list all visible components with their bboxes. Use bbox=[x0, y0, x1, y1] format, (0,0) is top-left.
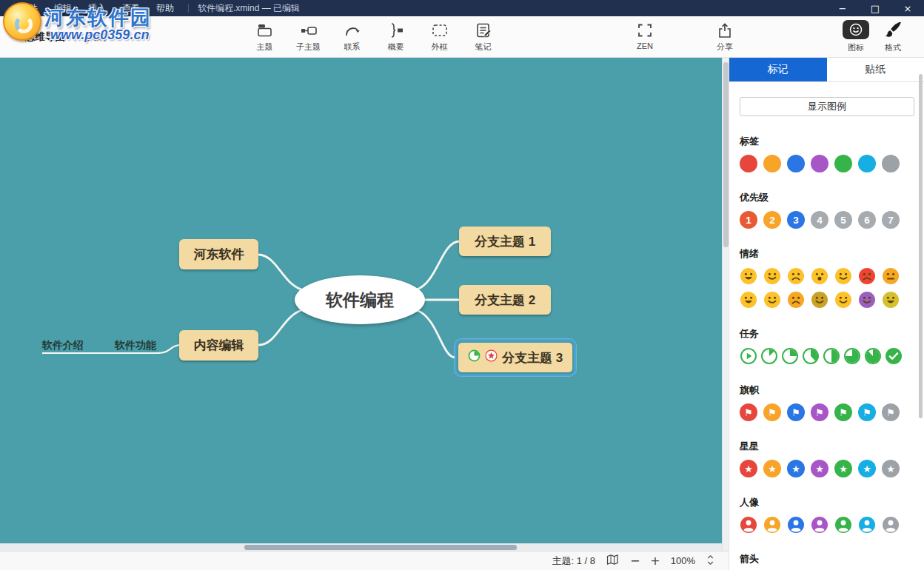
map-overview-icon[interactable] bbox=[606, 553, 620, 569]
priority-marker-6[interactable]: 7 bbox=[882, 211, 900, 229]
tasks-marker-3[interactable] bbox=[802, 347, 820, 365]
people-marker-6[interactable] bbox=[882, 516, 900, 534]
emotions-marker-8[interactable] bbox=[763, 291, 781, 309]
stars-marker-1[interactable]: ★ bbox=[763, 460, 781, 477]
emotions-marker-10[interactable] bbox=[811, 291, 828, 309]
tab-mindmap[interactable]: 思维导图 bbox=[25, 30, 65, 44]
stars-marker-6[interactable]: ★ bbox=[882, 460, 900, 477]
menu-item-4[interactable]: 帮助 bbox=[148, 2, 182, 15]
horizontal-scrollbar[interactable] bbox=[0, 543, 722, 551]
priority-marker-1[interactable]: 2 bbox=[763, 211, 781, 229]
labels-marker-6[interactable] bbox=[882, 155, 900, 172]
priority-marker-0[interactable]: 1 bbox=[740, 211, 757, 229]
summary-button[interactable]: 概要 bbox=[374, 22, 418, 53]
emotions-marker-0[interactable] bbox=[740, 267, 757, 285]
people-marker-4[interactable] bbox=[834, 516, 852, 534]
people-marker-3[interactable] bbox=[811, 516, 828, 534]
people-marker-0[interactable] bbox=[740, 516, 757, 534]
topic-content-edit[interactable]: 内容编辑 bbox=[179, 330, 258, 361]
emotions-marker-1[interactable] bbox=[763, 267, 781, 285]
maximize-icon[interactable]: □ bbox=[859, 0, 891, 16]
tasks-marker-0[interactable] bbox=[740, 347, 757, 365]
people-marker-5[interactable] bbox=[858, 516, 876, 534]
menu-item-2[interactable]: 插入 bbox=[80, 2, 114, 15]
emotions-marker-11[interactable] bbox=[834, 291, 852, 309]
panel-scrollbar-thumb[interactable] bbox=[919, 74, 923, 418]
close-icon[interactable]: × bbox=[891, 0, 924, 16]
zoom-out-button[interactable]: − bbox=[630, 554, 640, 568]
menu-item-0[interactable]: 文件 bbox=[12, 2, 46, 15]
mindmap-canvas[interactable]: 河东软件 内容编辑 软件编程 分支主题 1 分支主题 2 分支主题 3 软件功能… bbox=[0, 58, 722, 551]
labels-marker-5[interactable] bbox=[858, 155, 876, 172]
stars-marker-0[interactable]: ★ bbox=[740, 460, 757, 477]
flags-marker-6[interactable]: ⚑ bbox=[882, 403, 900, 421]
people-marker-1[interactable] bbox=[763, 516, 781, 534]
priority-marker-5[interactable]: 6 bbox=[858, 211, 876, 229]
flags-marker-5[interactable]: ⚑ bbox=[858, 403, 876, 421]
topic-branch-1[interactable]: 分支主题 1 bbox=[459, 227, 551, 256]
selected-topic-box[interactable]: 分支主题 3 bbox=[455, 339, 576, 376]
menu-item-1[interactable]: 编辑 bbox=[46, 2, 80, 15]
subtopic-software-intro[interactable]: 软件介绍 bbox=[42, 339, 84, 352]
tasks-marker-5[interactable] bbox=[843, 347, 861, 365]
emotions-marker-4[interactable] bbox=[834, 267, 852, 285]
vertical-scrollbar-thumb[interactable] bbox=[723, 62, 729, 247]
share-button[interactable]: 分享 bbox=[703, 22, 746, 53]
tasks-marker-2[interactable] bbox=[781, 347, 799, 365]
vertical-scrollbar[interactable] bbox=[722, 58, 729, 551]
flags-marker-1[interactable]: ⚑ bbox=[763, 403, 781, 421]
labels-marker-2[interactable] bbox=[787, 155, 805, 172]
labels-marker-0[interactable] bbox=[740, 155, 757, 172]
emotions-marker-12[interactable] bbox=[858, 291, 876, 309]
section-title-people: 人像 bbox=[740, 496, 914, 509]
markers-panel-button[interactable]: 图标 bbox=[837, 20, 875, 53]
tasks-marker-7[interactable] bbox=[885, 347, 903, 365]
topic-branch-3[interactable]: 分支主题 3 bbox=[458, 343, 572, 372]
topic-hedong-software[interactable]: 河东软件 bbox=[179, 239, 258, 269]
people-marker-2[interactable] bbox=[787, 516, 805, 534]
relationship-button[interactable]: 联系 bbox=[330, 22, 374, 53]
tab-stickers[interactable]: 贴纸 bbox=[827, 58, 924, 81]
flags-marker-0[interactable]: ⚑ bbox=[740, 403, 757, 421]
subtopic-button[interactable]: 子主题 bbox=[287, 22, 330, 53]
stars-marker-5[interactable]: ★ bbox=[858, 460, 876, 477]
tab-outline[interactable]: 大纲 bbox=[87, 30, 107, 44]
horizontal-scrollbar-thumb[interactable] bbox=[244, 545, 517, 550]
emotions-marker-7[interactable] bbox=[740, 291, 757, 309]
emotions-marker-6[interactable] bbox=[882, 267, 900, 285]
emotions-marker-3[interactable] bbox=[811, 267, 828, 285]
show-legend-button[interactable]: 显示图例 bbox=[740, 97, 914, 116]
topic-branch-2[interactable]: 分支主题 2 bbox=[459, 285, 551, 315]
menu-item-3[interactable]: 查看 bbox=[114, 2, 148, 15]
zoom-stepper[interactable] bbox=[706, 553, 715, 569]
labels-marker-3[interactable] bbox=[811, 155, 828, 172]
labels-marker-4[interactable] bbox=[834, 155, 852, 172]
format-panel-button[interactable]: 格式 bbox=[874, 20, 912, 53]
priority-marker-3[interactable]: 4 bbox=[811, 211, 828, 229]
tasks-marker-6[interactable] bbox=[864, 347, 882, 365]
tasks-marker-1[interactable] bbox=[760, 347, 778, 365]
flags-marker-4[interactable]: ⚑ bbox=[834, 403, 852, 421]
tab-markers[interactable]: 标记 bbox=[729, 58, 827, 81]
priority-marker-2[interactable]: 3 bbox=[787, 211, 805, 229]
labels-marker-1[interactable] bbox=[763, 155, 781, 172]
stars-marker-2[interactable]: ★ bbox=[787, 460, 805, 477]
stars-marker-4[interactable]: ★ bbox=[834, 460, 852, 477]
boundary-button[interactable]: 外框 bbox=[418, 22, 461, 53]
minimize-icon[interactable]: − bbox=[826, 0, 859, 16]
emotions-marker-5[interactable] bbox=[858, 267, 876, 285]
stars-marker-3[interactable]: ★ bbox=[811, 460, 828, 477]
flags-marker-3[interactable]: ⚑ bbox=[811, 403, 828, 421]
zen-button[interactable]: ZEN bbox=[626, 22, 663, 50]
emotions-marker-2[interactable] bbox=[787, 267, 805, 285]
emotions-marker-13[interactable] bbox=[882, 291, 900, 309]
priority-marker-4[interactable]: 5 bbox=[834, 211, 852, 229]
emotions-marker-9[interactable] bbox=[787, 291, 805, 309]
zoom-in-button[interactable]: + bbox=[650, 554, 660, 568]
note-button[interactable]: 笔记 bbox=[461, 22, 505, 53]
subtopic-software-function[interactable]: 软件功能 bbox=[115, 339, 156, 352]
central-topic[interactable]: 软件编程 bbox=[295, 275, 425, 324]
tasks-marker-4[interactable] bbox=[823, 347, 840, 365]
flags-marker-2[interactable]: ⚑ bbox=[787, 403, 805, 421]
topic-button[interactable]: 主题 bbox=[243, 22, 287, 53]
